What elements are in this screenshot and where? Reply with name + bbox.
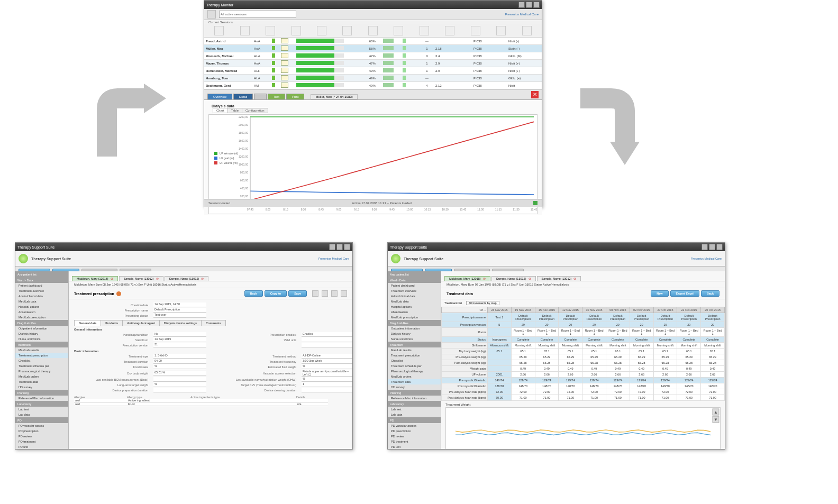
tool-icon[interactable]	[292, 26, 301, 35]
sidebar-item[interactable]: Med/Lab data	[388, 299, 441, 304]
sidebar[interactable]: Any patient listWard - DataPatient dashb…	[15, 271, 69, 449]
app-orb-icon[interactable]	[19, 254, 28, 263]
close-detail-button[interactable]: ✕	[531, 91, 539, 98]
form-field[interactable]: %	[302, 364, 352, 369]
table-row[interactable]: Weight gain0.490.490.490.490.490.490.490…	[442, 366, 725, 372]
sidebar-header[interactable]: Any patient list	[388, 271, 441, 277]
detail-tab[interactable]: Test	[268, 94, 285, 99]
filter-select[interactable]: All active sessions	[219, 11, 296, 18]
table-row[interactable]: Post-dialysis heart rate (bpm)70.0071.00…	[442, 395, 725, 401]
detail-tab[interactable]	[254, 94, 267, 99]
allergy-row[interactable]: asdFoodn/a	[74, 402, 347, 406]
table-row[interactable]: Homburg, TomHLA49%—P 038Glük. (+)	[204, 75, 542, 82]
tool-icon[interactable]	[420, 26, 429, 35]
patient-tabs[interactable]: Middleton, Mary (12018)⊘Sample, Name (13…	[69, 273, 352, 281]
tool-icon[interactable]	[214, 26, 224, 35]
tool-icon[interactable]	[266, 26, 275, 35]
sidebar-item[interactable]: Treatment schedule per	[388, 363, 441, 369]
sidebar-item[interactable]: PD vascular access	[15, 423, 68, 428]
sidebar-item[interactable]: PD treatment	[388, 439, 441, 444]
sidebar-item[interactable]: Treatment prescription	[388, 353, 441, 358]
sidebar-item[interactable]: Max/Lab results	[15, 347, 68, 353]
table-row[interactable]: Shift nameAfternoon shiftMorning shiftMo…	[442, 343, 725, 349]
sidebar-item[interactable]: Lab test	[15, 407, 68, 412]
sidebar-item[interactable]: Dialysis history	[15, 331, 68, 336]
max-button[interactable]	[709, 244, 715, 250]
min-button[interactable]	[702, 244, 708, 250]
sidebar-item[interactable]: Reference/Misc information	[388, 396, 441, 401]
form-field[interactable]: A HDF-Online	[302, 354, 352, 359]
sidebar-item[interactable]: Nurse unit/clinics	[388, 336, 441, 342]
sidebar-item[interactable]: PD unit	[388, 444, 441, 449]
sidebar-item[interactable]: Lab test	[388, 407, 441, 412]
table-row[interactable]: StatusIn progressCompleteCompleteComplet…	[442, 337, 725, 343]
tool-icon[interactable]	[317, 26, 326, 35]
action-button[interactable]: Save	[288, 290, 307, 297]
detail-tab[interactable]: Detail	[233, 94, 253, 99]
form-field[interactable]: %	[153, 364, 206, 369]
sidebar-item[interactable]: Hospital options	[388, 304, 441, 309]
sidebar-item[interactable]: Reference/Misc information	[15, 396, 68, 401]
sidebar-item[interactable]: Med/Lab data	[15, 299, 68, 304]
form-field[interactable]: 65.01 %	[153, 371, 206, 375]
form-field[interactable]: Fistula upper arm/proximal/middle – Left…	[302, 370, 352, 377]
detail-tab[interactable]: Overview	[207, 94, 232, 99]
patient-tabs[interactable]: Middleton, Mary (12018)⊘Sample, Name (13…	[441, 273, 725, 281]
treatment-data-table[interactable]: Ch...23 Nov 201519 Nov 201515 Nov 201512…	[441, 307, 725, 401]
sidebar-item[interactable]: PD vascular access	[388, 423, 441, 428]
action-button[interactable]: Export Excel	[670, 290, 699, 297]
home-icon[interactable]	[207, 10, 216, 19]
action-button[interactable]: Back	[244, 290, 263, 297]
table-row[interactable]: Post-dialysis weight (kg)65.2865.2865.28…	[442, 360, 725, 366]
min-button[interactable]	[329, 244, 335, 250]
form-tab[interactable]: Products	[101, 320, 123, 326]
table-row[interactable]: Müller, MaxHuA56%12.18P 038Stein (-)	[204, 45, 542, 52]
table-row[interactable]: Dry body weight (kg)65.165.165.165.165.1…	[442, 349, 725, 354]
table-row[interactable]: Freud, AstridHuA60%—P 038Nitrit (-)	[204, 38, 542, 45]
form-field[interactable]: %	[302, 377, 352, 382]
form-field[interactable]	[302, 337, 352, 342]
sidebar-item[interactable]: Pharmacological therapy	[388, 369, 441, 374]
form-tab[interactable]: General data	[74, 320, 101, 326]
chart-subtab[interactable]: Table	[227, 108, 242, 113]
table-row[interactable]: Post systolic/Diastolic138/78148/70148/7…	[442, 383, 725, 389]
table-row[interactable]: Pre-dialysis heart rate (bpm)72.0072.007…	[442, 389, 725, 395]
sidebar-item[interactable]: Lab data	[388, 412, 441, 417]
sidebar-item[interactable]: PD prescription	[388, 428, 441, 434]
form-field[interactable]	[153, 388, 206, 392]
action-button[interactable]: Copy to	[265, 290, 287, 297]
close-button[interactable]	[716, 244, 723, 250]
sidebar-item[interactable]: Absenteeism	[15, 309, 68, 315]
sidebar-item[interactable]: Treatment schedule per	[15, 363, 68, 369]
form-field[interactable]: Enabled	[302, 332, 352, 337]
app-orb-icon[interactable]	[391, 254, 400, 263]
patient-tab[interactable]: Middleton, Mary (12018)⊘	[72, 276, 118, 281]
sidebar-item[interactable]: HD survey	[15, 384, 68, 390]
icon[interactable]	[341, 290, 347, 297]
sidebar-item[interactable]: Dialysis history	[388, 331, 441, 336]
form-field[interactable]	[302, 388, 352, 392]
sidebar-item[interactable]: Max/Lab results	[388, 347, 441, 353]
tool-icon[interactable]	[368, 26, 378, 35]
max-button[interactable]	[526, 2, 532, 8]
patient-tab[interactable]: Sample, Name (13012)⊘	[119, 276, 163, 281]
sidebar-item[interactable]: Outpatient information	[388, 326, 441, 331]
icon[interactable]	[312, 290, 318, 297]
patient-tab[interactable]: Sample, Name (13012)⊘	[165, 276, 209, 281]
table-row[interactable]: Hohenstein, ManfredHLF49%12.9P 038Nitrit…	[204, 67, 542, 75]
allergy-row[interactable]: asdActive ingredient	[74, 399, 347, 402]
sidebar-item[interactable]: PD review	[15, 434, 68, 439]
sidebar-item[interactable]: Checklist	[388, 358, 441, 363]
sidebar-item[interactable]: Treatment data	[15, 379, 68, 384]
form-field[interactable]	[153, 377, 206, 382]
sidebar-item[interactable]: Hospital options	[15, 304, 68, 309]
close-button[interactable]	[344, 244, 350, 250]
sidebar-item[interactable]: HD survey	[388, 384, 441, 390]
sidebar-item[interactable]: Med/Lab orders	[388, 374, 441, 379]
sidebar-item[interactable]: Treatment prescription	[15, 353, 68, 358]
patient-tab[interactable]: Sample, Name (13012)⊘	[537, 276, 581, 281]
sidebar-item[interactable]: Admin/clinical data	[388, 294, 441, 299]
sidebar-item[interactable]: Treatment overview	[15, 288, 68, 294]
form-tab[interactable]: Dialysis device settings	[159, 320, 202, 326]
form-field[interactable]: 31	[153, 343, 206, 347]
